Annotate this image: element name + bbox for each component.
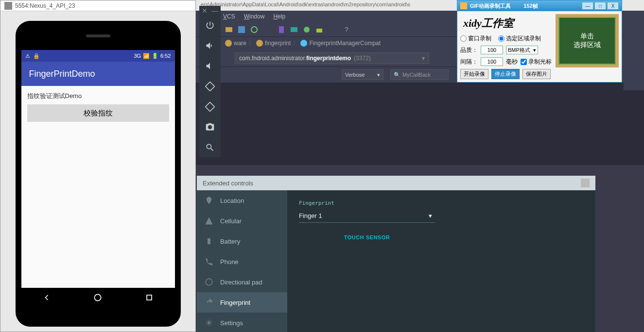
save-icon[interactable] bbox=[238, 26, 245, 33]
maximize-button[interactable]: □ bbox=[594, 2, 606, 10]
volume-down-icon[interactable] bbox=[204, 60, 216, 72]
sidebar-item-cellular[interactable]: Cellular bbox=[197, 211, 287, 231]
debug-icon[interactable] bbox=[303, 26, 311, 33]
sync-icon[interactable] bbox=[250, 26, 258, 33]
breadcrumb-item[interactable]: fingerprint bbox=[256, 40, 291, 47]
minimize-icon[interactable]: — bbox=[211, 7, 218, 15]
quality-label: 品质： bbox=[460, 46, 478, 54]
breadcrumb-label: ware bbox=[234, 40, 246, 47]
phone-screen[interactable]: ⚠ 🔒 3G 📶 🔋 6:52 FingerPrintDemo 指纹验证测试De… bbox=[21, 50, 175, 307]
close-button[interactable]: X bbox=[607, 2, 619, 10]
android-icon[interactable] bbox=[315, 26, 323, 33]
radio-label: 选定区域录制 bbox=[506, 34, 541, 43]
sidebar-item-phone[interactable]: Phone bbox=[197, 251, 287, 272]
interval-input[interactable] bbox=[481, 57, 503, 66]
sidebar-item-battery[interactable]: Battery bbox=[197, 231, 287, 251]
svg-point-2 bbox=[251, 27, 257, 33]
signal-bars-icon: 📶 bbox=[143, 53, 150, 59]
sidebar-item-settings[interactable]: Settings bbox=[197, 313, 287, 332]
gif-preview-area[interactable]: 单击 选择区域 bbox=[556, 14, 619, 67]
minimize-button[interactable]: — bbox=[582, 2, 593, 10]
back-button[interactable] bbox=[42, 293, 52, 302]
extended-controls-title-bar[interactable]: Extended controls bbox=[197, 176, 595, 190]
cursor-checkbox[interactable]: 录制光标 bbox=[521, 58, 552, 66]
rotate-left-icon[interactable] bbox=[204, 81, 216, 92]
home-button[interactable] bbox=[93, 293, 103, 302]
close-icon[interactable]: ✕ bbox=[202, 7, 208, 15]
gif-title-text: GIF动画录制工具 bbox=[470, 2, 511, 10]
fingerprint-field-label: Fingerprint bbox=[299, 200, 584, 206]
zoom-icon[interactable] bbox=[204, 142, 216, 153]
run-config-select[interactable]: com.fndroid.administrator.fingerprintdem… bbox=[235, 52, 429, 64]
menu-window[interactable]: Window bbox=[244, 13, 265, 20]
app-bar: FingerPrintDemo bbox=[21, 62, 175, 86]
preview-text: 单击 bbox=[580, 32, 594, 41]
lock-icon: 🔒 bbox=[33, 53, 40, 59]
location-icon bbox=[205, 196, 213, 205]
open-icon[interactable] bbox=[225, 26, 233, 33]
gif-app-icon bbox=[460, 2, 467, 9]
phone-speaker bbox=[86, 34, 110, 37]
chevron-down-icon: ▾ bbox=[429, 212, 432, 219]
dpad-icon bbox=[205, 278, 213, 286]
volume-up-icon[interactable] bbox=[204, 40, 216, 51]
battery-icon bbox=[205, 237, 213, 246]
radio-region-record[interactable]: 选定区域录制 bbox=[498, 34, 541, 43]
format-select[interactable]: BMP格式▾ bbox=[506, 46, 538, 54]
log-level-select[interactable]: Verbose ▾ bbox=[342, 69, 383, 80]
sidebar-item-location[interactable]: Location bbox=[197, 190, 287, 211]
verify-fingerprint-button[interactable]: 校验指纹 bbox=[27, 104, 169, 122]
radio-window-record[interactable]: 窗口录制 bbox=[460, 34, 491, 43]
emulator-window: 5554:Nexus_4_API_23 ⚠ 🔒 3G 📶 🔋 6:52 bbox=[0, 0, 196, 332]
battery-icon: 🔋 bbox=[152, 53, 158, 59]
breadcrumb-item[interactable]: FingerprintManagerCompat bbox=[300, 40, 381, 47]
chevron-right-icon: 〉 bbox=[293, 39, 298, 48]
sidebar-item-fingerprint[interactable]: Fingerprint bbox=[197, 292, 287, 313]
menu-help[interactable]: Help bbox=[273, 13, 285, 20]
sidebar-label: Directional pad bbox=[220, 279, 262, 286]
logcat-output bbox=[196, 83, 644, 165]
emulator-title-text: 5554:Nexus_4_API_23 bbox=[15, 2, 75, 9]
recents-button[interactable] bbox=[144, 293, 154, 302]
close-icon[interactable] bbox=[581, 179, 590, 187]
touch-sensor-button[interactable]: TOUCH SENSOR bbox=[299, 234, 435, 240]
run-prefix: com.fndroid.administrator. bbox=[239, 55, 306, 62]
folder-icon bbox=[256, 40, 263, 47]
warning-icon: ⚠ bbox=[25, 53, 30, 59]
gif-title-bar[interactable]: GIF动画录制工具 152帧 — □ X bbox=[457, 0, 622, 11]
ide-right-toolstrip[interactable] bbox=[624, 22, 644, 90]
svg-rect-11 bbox=[147, 295, 152, 300]
menu-vcs[interactable]: VCS bbox=[223, 13, 235, 20]
svg-rect-0 bbox=[226, 27, 232, 32]
android-nav-bar bbox=[21, 288, 175, 307]
radio-label: 窗口录制 bbox=[468, 34, 491, 43]
save-image-button[interactable]: 保存图片 bbox=[522, 69, 551, 79]
stop-record-button[interactable]: 停止录像 bbox=[491, 69, 520, 79]
sidebar-item-dpad[interactable]: Directional pad bbox=[197, 272, 287, 292]
breadcrumb-label: FingerprintManagerCompat bbox=[309, 40, 381, 47]
avd-icon[interactable] bbox=[278, 26, 285, 33]
sdk-icon[interactable] bbox=[290, 26, 298, 33]
camera-icon[interactable] bbox=[204, 121, 216, 133]
emulator-title-bar[interactable]: 5554:Nexus_4_API_23 bbox=[0, 0, 195, 11]
sidebar-label: Battery bbox=[220, 238, 240, 245]
breadcrumb-item[interactable]: ware bbox=[225, 40, 246, 47]
run-app-name: fingerprintdemo bbox=[306, 55, 351, 62]
interval-unit: 毫秒 bbox=[506, 58, 518, 66]
power-icon[interactable] bbox=[204, 19, 216, 31]
sidebar-label: Fingerprint bbox=[220, 299, 250, 306]
fingerprint-select[interactable]: Finger 1 ▾ bbox=[299, 209, 435, 223]
logcat-search[interactable]: 🔍 MyCallBack bbox=[390, 69, 449, 80]
chevron-down-icon: ▾ bbox=[377, 72, 380, 78]
extended-controls-window: Extended controls Location Cellular Batt… bbox=[197, 176, 595, 332]
chevron-right-icon: 〉 bbox=[248, 39, 254, 48]
cellular-icon bbox=[205, 216, 213, 225]
interval-label: 间隔： bbox=[460, 58, 478, 66]
extended-controls-title: Extended controls bbox=[203, 180, 253, 187]
demo-label: 指纹验证测试Demo bbox=[27, 92, 169, 100]
help-icon[interactable]: ? bbox=[343, 26, 350, 33]
rotate-right-icon[interactable] bbox=[204, 101, 216, 113]
quality-input[interactable] bbox=[481, 46, 503, 54]
clock-text: 6:52 bbox=[160, 53, 171, 59]
start-record-button[interactable]: 开始录像 bbox=[460, 69, 488, 79]
